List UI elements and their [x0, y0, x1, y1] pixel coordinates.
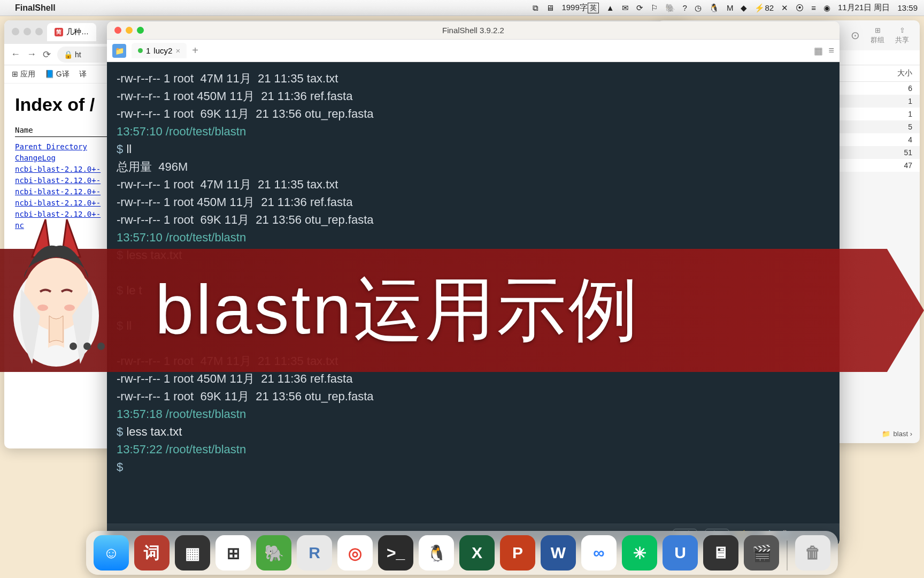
dock-app-media[interactable]: 🎬	[744, 535, 779, 571]
evernote-menubar-icon[interactable]: 🐘	[665, 3, 675, 13]
dock-app-finder[interactable]: ☺	[94, 535, 129, 571]
mail-icon[interactable]: M	[727, 3, 734, 12]
window-title: FinalShell 3.9.2.2	[442, 26, 504, 35]
desktop: 简 几种… ← → ⟳ 🔒 ht ⊞ 应用 📘 G译 译 Index of / …	[0, 16, 924, 530]
group-icon: ⊞	[875, 26, 881, 34]
date-text[interactable]: 11月21日 周日	[838, 3, 890, 13]
flag-icon[interactable]: ⚐	[651, 3, 658, 13]
dock-app-baidu[interactable]: ∞	[581, 535, 617, 571]
browser-tab[interactable]: 简 几种…	[47, 23, 96, 41]
share-button[interactable]: ⇧共享	[895, 26, 909, 45]
dock-app-terminal[interactable]: >_	[378, 535, 413, 571]
dock-app-trash[interactable]: 🗑	[795, 535, 830, 571]
dock-app-dictionary[interactable]: 词	[134, 535, 170, 571]
dock[interactable]: ☺词▦⊞🐘R◎>_🐧XPW∞✳U🖥🎬🗑	[86, 531, 838, 575]
dock-app-wechat[interactable]: ✳	[622, 535, 657, 571]
grid-view-icon[interactable]: ▦	[814, 45, 823, 57]
dock-app-utools[interactable]: U	[663, 535, 698, 571]
tab-name: lucy2	[153, 46, 172, 55]
clock-icon[interactable]: ◷	[695, 3, 702, 13]
battery-icon[interactable]: ⚡82	[754, 3, 774, 13]
terminal-tab[interactable]: 1 lucy2 ×	[132, 43, 187, 58]
svg-point-3	[64, 305, 75, 311]
tab-index: 1	[146, 46, 150, 55]
minimize-icon[interactable]	[126, 27, 133, 34]
tab-title: 几种…	[66, 27, 89, 37]
dock-app-launchpad[interactable]: ⊞	[215, 535, 251, 571]
wechat-menubar-icon[interactable]: ✉	[622, 3, 629, 13]
macos-menubar: FinalShell ⧉ 🖥 1999字 英 ▲ ✉ ⟳ ⚐ 🐘 ? ◷ 🐧 M…	[0, 0, 924, 16]
menubar-status-area: ⧉ 🖥 1999字 英 ▲ ✉ ⟳ ⚐ 🐘 ? ◷ 🐧 M ◆ ⚡82 ✕ ⦿ …	[533, 3, 918, 13]
dock-app-evernote[interactable]: 🐘	[256, 535, 291, 571]
tab-favicon-icon: 简	[55, 28, 63, 36]
list-view-icon[interactable]: ≡	[828, 45, 834, 57]
banner-text: blastn运用示例	[155, 263, 640, 358]
hamburger-icon[interactable]: ≡	[811, 3, 816, 12]
dock-app-word[interactable]: W	[541, 535, 576, 571]
dock-app-powerpoint[interactable]: P	[500, 535, 535, 571]
connection-indicator-icon	[138, 48, 143, 53]
time-text[interactable]: 13:59	[897, 3, 918, 12]
sync-icon[interactable]: ⟳	[636, 3, 643, 13]
dock-app-preview[interactable]: ▦	[175, 535, 210, 571]
lock-icon: 🔒	[64, 50, 73, 59]
misc-icon[interactable]: ✕	[781, 3, 788, 13]
finder-breadcrumb[interactable]: 📁 blast ›	[882, 430, 912, 438]
more-button[interactable]: ⊙	[851, 29, 860, 42]
chat-icon[interactable]: ◆	[741, 3, 747, 13]
reload-button[interactable]: ⟳	[43, 49, 51, 60]
terminal-tab-row: 📁 1 lucy2 × + ▦ ≡	[107, 40, 840, 62]
forward-button[interactable]: →	[27, 49, 36, 60]
apps-bookmark[interactable]: ⊞ 应用	[12, 70, 35, 79]
window-controls[interactable]	[114, 27, 144, 34]
sogou-icon[interactable]: ⦿	[796, 3, 804, 12]
qq-menubar-icon[interactable]: 🐧	[709, 3, 719, 13]
dock-app-display[interactable]: 🖥	[703, 535, 738, 571]
cat-icon[interactable]: ▲	[606, 3, 614, 12]
screen-record-icon[interactable]: ⧉	[533, 3, 538, 13]
add-tab-button[interactable]: +	[192, 44, 198, 57]
group-button[interactable]: ⊞群组	[871, 26, 884, 45]
close-tab-icon[interactable]: ×	[175, 46, 180, 55]
ime-status[interactable]: 1999字 英	[561, 3, 598, 13]
window-controls[interactable]	[12, 28, 43, 35]
folder-icon: 📁	[882, 430, 890, 438]
dock-app-chrome[interactable]: ◎	[337, 535, 373, 571]
terminal-titlebar[interactable]: FinalShell 3.9.2.2	[107, 21, 840, 40]
dock-app-excel[interactable]: X	[459, 535, 495, 571]
siri-icon[interactable]: ◉	[823, 3, 830, 13]
bookmark-item[interactable]: 译	[79, 70, 87, 79]
svg-point-2	[37, 305, 48, 311]
active-app-name[interactable]: FinalShell	[15, 3, 56, 13]
close-icon[interactable]	[114, 27, 121, 34]
avatar-character	[0, 209, 112, 391]
share-icon: ⇧	[899, 26, 905, 34]
help-icon[interactable]: ?	[683, 3, 687, 12]
maximize-icon[interactable]	[137, 27, 144, 34]
folder-icon[interactable]: 📁	[112, 44, 126, 58]
dock-app-rstudio[interactable]: R	[297, 535, 332, 571]
translate-bookmark[interactable]: 📘 G译	[45, 70, 70, 79]
display-icon[interactable]: 🖥	[546, 3, 554, 12]
back-button[interactable]: ←	[11, 49, 20, 60]
title-banner: blastn运用示例	[0, 246, 924, 375]
dock-app-qq[interactable]: 🐧	[419, 535, 454, 571]
loading-dots	[70, 343, 105, 350]
